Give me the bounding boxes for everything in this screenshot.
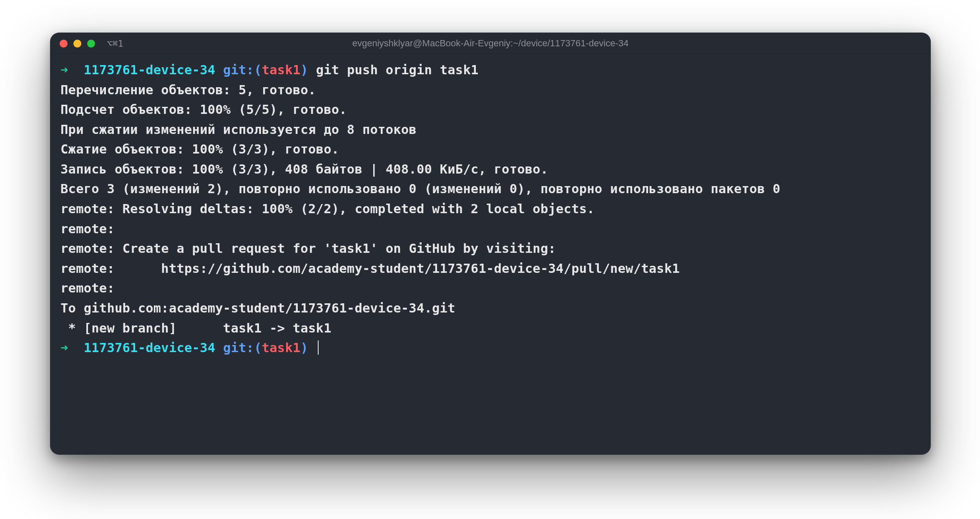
cursor-icon [318,340,319,355]
terminal-body[interactable]: ➜ 1173761-device-34 git:(task1) git push… [50,54,930,370]
output-line: Сжатие объектов: 100% (3/3), готово. [60,142,339,156]
window-controls [60,40,95,48]
output-line: Подсчет объектов: 100% (5/5), готово. [60,102,347,117]
output-line: При сжатии изменений используется до 8 п… [60,122,417,137]
prompt-arrow-icon: ➜ [60,340,68,355]
prompt-dir: 1173761-device-34 [84,340,216,355]
output-line: remote: Create a pull request for 'task1… [60,241,556,256]
zoom-icon[interactable] [87,40,95,48]
titlebar: ⌥⌘1 evgeniyshklyar@MacBook-Air-Evgeniy:~… [50,33,930,54]
output-line: remote: https://github.com/academy-stude… [60,261,680,276]
tab-shortcut-label: ⌥⌘1 [107,38,123,49]
output-line: Перечисление объектов: 5, готово. [60,83,316,97]
tab-indicator: ⌥⌘1 [107,38,123,49]
prompt-branch: task1 [262,340,301,355]
entered-command: git push origin task1 [316,63,479,77]
output-line: * [new branch] task1 -> task1 [60,321,332,335]
output-line: Всего 3 (изменений 2), повторно использо… [60,181,780,196]
close-icon[interactable] [60,40,68,48]
minimize-icon[interactable] [73,40,81,48]
prompt-git-suffix: ) [301,340,309,355]
output-line: Запись объектов: 100% (3/3), 408 байтов … [60,162,548,176]
output-line: To github.com:academy-student/1173761-de… [60,301,455,315]
terminal-window: ⌥⌘1 evgeniyshklyar@MacBook-Air-Evgeniy:~… [50,33,931,455]
prompt-branch: task1 [262,63,301,77]
output-line: remote: [60,222,115,236]
prompt-arrow-icon: ➜ [60,63,68,77]
prompt-dir: 1173761-device-34 [84,63,216,77]
output-line: remote: Resolving deltas: 100% (2/2), co… [60,202,595,216]
prompt-git-prefix: git:( [223,340,262,355]
prompt-git-prefix: git:( [223,63,262,77]
output-line: remote: [60,281,115,295]
window-title: evgeniyshklyar@MacBook-Air-Evgeniy:~/dev… [50,38,930,49]
prompt-git-suffix: ) [301,63,309,77]
